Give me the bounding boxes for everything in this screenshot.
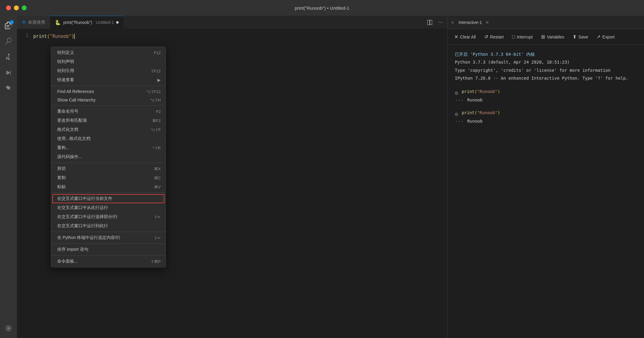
menu-separator-4 bbox=[51, 193, 166, 193]
clear-all-icon: ✕ bbox=[454, 34, 458, 40]
save-icon: ⬆ bbox=[573, 34, 577, 40]
export-button[interactable]: ↗ Export bbox=[595, 33, 616, 41]
panel-tab-bar: ≡ Interactive-1 ✕ bbox=[448, 16, 644, 29]
run-gear-icon-2: ⚙ bbox=[455, 111, 458, 117]
tab-welcome-label: 欢迎使用 bbox=[28, 20, 45, 25]
tab-bar-actions: ··· bbox=[423, 16, 447, 29]
panel-toolbar: ✕ Clear All ↺ Restart □ Interrupt ⊞ Vari… bbox=[448, 29, 644, 45]
sidebar-item-run[interactable] bbox=[1, 65, 16, 80]
sidebar-item-jupyter[interactable] bbox=[1, 321, 16, 336]
close-button[interactable] bbox=[6, 5, 11, 10]
output-block-2: ⚙ print("Runoob") ··· Runoob bbox=[455, 110, 637, 124]
menu-item-format-with[interactable]: 使用...格式化文档 bbox=[51, 134, 166, 143]
menu-item-goto-def[interactable]: 转到定义 F12 bbox=[51, 48, 166, 57]
run-ellipsis-1: ··· bbox=[455, 97, 464, 103]
code-keyword: print bbox=[33, 34, 47, 39]
menu-item-goto-decl[interactable]: 转到声明 bbox=[51, 57, 166, 66]
tab-active[interactable]: 🐍 print("Runoob") Untitled-1 bbox=[50, 16, 123, 29]
menu-separator-6 bbox=[51, 244, 166, 244]
restart-label: Restart bbox=[490, 35, 504, 39]
startup-line-3: Type 'copyright', 'credits' or 'license'… bbox=[455, 67, 637, 74]
startup-line-4: IPython 7.26.0 -- An enhanced Interactiv… bbox=[455, 75, 637, 81]
code-string: "Runoob" bbox=[50, 34, 71, 39]
line-numbers: 1 bbox=[17, 29, 32, 338]
code-line-1: print("Runoob") bbox=[32, 33, 447, 40]
menu-item-find-all-refs[interactable]: Find All References ⌥⇧F12 bbox=[51, 87, 166, 96]
menu-item-source-action[interactable]: 源代码操作... bbox=[51, 152, 166, 161]
tab-welcome[interactable]: ❄ 欢迎使用 bbox=[17, 16, 50, 29]
menu-item-paste[interactable]: 粘贴 ⌘V bbox=[51, 182, 166, 191]
run-ellipsis-2: ··· bbox=[455, 118, 464, 124]
run-code-1: print("Runoob") bbox=[462, 89, 500, 94]
menu-separator-2 bbox=[51, 105, 166, 106]
panel-tab-close[interactable]: ✕ bbox=[485, 20, 489, 25]
menu-separator-1 bbox=[51, 86, 166, 86]
menu-item-peek[interactable]: 快速查看 ▶ bbox=[51, 75, 166, 85]
menu-item-command-palette[interactable]: 命令面板... ⇧⌘P bbox=[51, 257, 166, 266]
tab-bar: ❄ 欢迎使用 🐍 print("Runoob") Untitled-1 ··· bbox=[17, 16, 447, 29]
menu-item-copy[interactable]: 复制 ⌘C bbox=[51, 173, 166, 182]
startup-line-2: Python 3.7.3 (default, Apr 24 2020, 18:5… bbox=[455, 59, 637, 65]
tab-modified-dot bbox=[116, 21, 119, 24]
explorer-badge: 1 bbox=[10, 20, 14, 24]
tab-active-subtitle: Untitled-1 bbox=[96, 20, 114, 25]
menu-item-goto-ref[interactable]: 转到引用 ⇧F12 bbox=[51, 66, 166, 75]
interactive-tab[interactable]: Interactive-1 ✕ bbox=[456, 19, 491, 26]
menu-item-rename[interactable]: 重命名符号 F2 bbox=[51, 107, 166, 116]
editor-content: 1 print("Runoob") 转到定义 F12 转到声明 转到引用 ⇧F1… bbox=[17, 29, 447, 338]
menu-item-run-from-line[interactable]: 在交互式窗口中从此行运行 bbox=[51, 203, 166, 212]
interrupt-icon: □ bbox=[512, 34, 515, 40]
variables-button[interactable]: ⊞ Variables bbox=[539, 33, 566, 41]
export-label: Export bbox=[602, 35, 614, 39]
menu-item-cut[interactable]: 剪切 ⌘X bbox=[51, 164, 166, 173]
main-layout: 1 bbox=[0, 16, 644, 338]
menu-separator-7 bbox=[51, 255, 166, 256]
menu-item-change-all[interactable]: 更改所有匹配项 ⌘F2 bbox=[51, 116, 166, 125]
sidebar-item-source-control[interactable] bbox=[1, 50, 16, 64]
run-result-1: Runoob bbox=[467, 98, 483, 102]
menu-item-run-selection[interactable]: 在交互式窗口中运行选择部分/行 ⇧↵ bbox=[51, 212, 166, 221]
restart-icon: ↺ bbox=[484, 34, 488, 40]
minimize-button[interactable] bbox=[14, 5, 19, 10]
menu-item-run-file-interactive[interactable]: 在交互式窗口中运行当前文件 bbox=[52, 194, 164, 203]
menu-item-sort-imports[interactable]: 排序 import 语句 bbox=[51, 245, 166, 254]
split-editor-button[interactable] bbox=[426, 18, 434, 27]
sidebar-item-search[interactable] bbox=[1, 34, 16, 48]
menu-item-format-doc[interactable]: 格式化文档 ⌥⇧F bbox=[51, 125, 166, 134]
sidebar-item-extensions[interactable] bbox=[1, 81, 16, 96]
variables-label: Variables bbox=[547, 35, 564, 39]
traffic-lights bbox=[6, 5, 27, 10]
svg-point-0 bbox=[7, 327, 9, 329]
menu-item-run-to-line[interactable]: 在交互式窗口中运行到此行 bbox=[51, 221, 166, 230]
run-output-1: ··· Runoob bbox=[455, 97, 637, 103]
menu-item-refactor[interactable]: 重构... ^⇧R bbox=[51, 143, 166, 152]
menu-item-call-hierarchy[interactable]: Show Call Hierarchy ⌥⇧H bbox=[51, 96, 166, 104]
run-code-2: print("Runoob") bbox=[462, 110, 500, 115]
startup-line-1: 已开启 'Python 3.7.3 64-bit' 内核 bbox=[455, 51, 637, 58]
sidebar-item-explorer[interactable]: 1 bbox=[1, 18, 16, 33]
code-cursor bbox=[74, 34, 75, 39]
run-output-2: ··· Runoob bbox=[455, 118, 637, 124]
interactive-tab-label: Interactive-1 bbox=[458, 20, 482, 25]
more-actions-button[interactable]: ··· bbox=[436, 18, 445, 27]
window-title: print("Runoob") • Untitled-1 bbox=[295, 5, 349, 11]
run-indicator-1: ⚙ print("Runoob") bbox=[455, 89, 637, 96]
clear-all-button[interactable]: ✕ Clear All bbox=[452, 33, 478, 41]
restart-button[interactable]: ↺ Restart bbox=[482, 33, 505, 41]
clear-all-label: Clear All bbox=[460, 35, 476, 39]
maximize-button[interactable] bbox=[22, 5, 27, 10]
interrupt-label: Interrupt bbox=[517, 35, 533, 39]
tab-active-label: print("Runoob") bbox=[63, 20, 92, 25]
python-tab-icon: 🐍 bbox=[55, 20, 61, 25]
output-block-1: ⚙ print("Runoob") ··· Runoob bbox=[455, 89, 637, 103]
activity-bar: 1 bbox=[0, 16, 17, 338]
menu-item-run-python-terminal[interactable]: 在 Python 终端中运行选定内容/行 ⇧↵ bbox=[51, 233, 166, 242]
run-indicator-2: ⚙ print("Runoob") bbox=[455, 110, 637, 117]
panel-tab-hash: ≡ bbox=[451, 20, 454, 25]
save-button[interactable]: ⬆ Save bbox=[571, 33, 590, 41]
interrupt-button[interactable]: □ Interrupt bbox=[510, 33, 534, 41]
interactive-panel: ≡ Interactive-1 ✕ ✕ Clear All ↺ Restart … bbox=[447, 16, 644, 338]
context-menu: 转到定义 F12 转到声明 转到引用 ⇧F12 快速查看 ▶ Find All … bbox=[51, 47, 166, 267]
panel-content: 已开启 'Python 3.7.3 64-bit' 内核 Python 3.7.… bbox=[448, 45, 644, 338]
menu-separator-3 bbox=[51, 163, 166, 163]
